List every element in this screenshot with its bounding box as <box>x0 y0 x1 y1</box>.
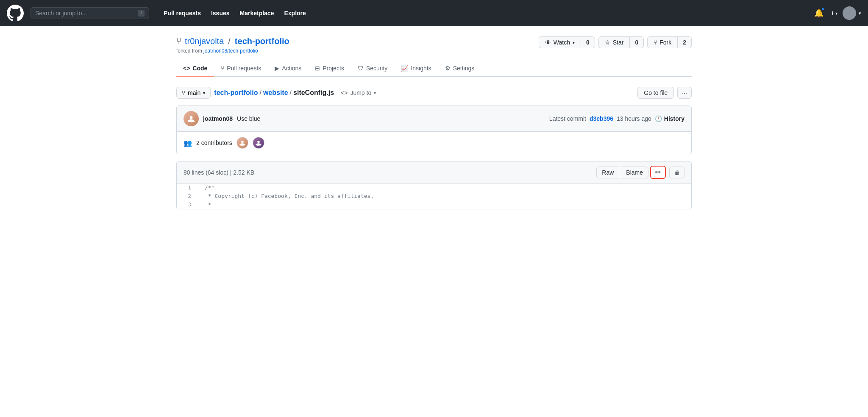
plus-icon: + <box>831 9 835 17</box>
tab-settings[interactable]: ⚙ Settings <box>438 61 481 77</box>
edit-file-button[interactable]: ✏ <box>650 166 666 179</box>
actions-icon: ▶ <box>275 65 279 72</box>
breadcrumb-current-file: siteConfig.js <box>293 89 334 97</box>
contributor-avatar-2[interactable] <box>253 137 264 149</box>
commit-header-left: joatmon08 Use blue <box>184 111 260 126</box>
notifications-button[interactable]: 🔔 <box>812 6 826 20</box>
pull-requests-nav-link[interactable]: Pull requests <box>159 7 205 19</box>
star-group: ☆ Star 0 <box>598 36 644 48</box>
user-menu[interactable]: ▾ <box>843 6 861 20</box>
file-actions: Raw Blame ✏ 🗑 <box>596 166 684 179</box>
tab-insights[interactable]: 📈 Insights <box>394 61 438 77</box>
user-chevron-icon: ▾ <box>859 11 861 16</box>
latest-commit-label: Latest commit <box>549 115 586 122</box>
code-icon: <> <box>341 89 348 96</box>
commit-message: Use blue <box>237 115 260 122</box>
branch-icon: ⑂ <box>182 89 185 96</box>
trash-icon: 🗑 <box>674 169 680 176</box>
file-viewer: 80 lines (64 sloc) | 2.52 KB Raw Blame ✏… <box>176 161 692 209</box>
breadcrumb-path1-link[interactable]: website <box>263 89 288 97</box>
line-number: 2 <box>177 192 198 200</box>
more-options-button[interactable]: ··· <box>677 87 692 99</box>
chevron-down-icon: ▾ <box>835 11 837 16</box>
github-logo[interactable] <box>7 5 24 22</box>
commit-author-name[interactable]: joatmon08 <box>203 115 233 122</box>
tab-actions[interactable]: ▶ Actions <box>268 61 308 77</box>
breadcrumb-repo-link[interactable]: tech-portfolio <box>214 89 258 97</box>
topnav-links: Pull requests Issues Marketplace Explore <box>159 7 310 19</box>
commit-author-avatar <box>184 111 199 126</box>
repo-title-section: ⑂ tr0njavolta / tech-portfolio forked fr… <box>176 36 289 54</box>
contributors-count: 2 contributors <box>196 139 232 146</box>
commit-header: joatmon08 Use blue Latest commit d3eb396… <box>177 106 691 132</box>
line-number: 1 <box>177 183 198 192</box>
security-icon: 🛡 <box>358 65 364 72</box>
star-button[interactable]: ☆ Star <box>598 36 630 48</box>
explore-nav-link[interactable]: Explore <box>280 7 310 19</box>
tab-code[interactable]: <> Code <box>176 61 214 77</box>
contributor-avatar-1[interactable] <box>236 137 248 149</box>
fork-count[interactable]: 2 <box>678 36 692 48</box>
new-menu-button[interactable]: + ▾ <box>831 9 837 17</box>
code-line: 2 * Copyright (c) Facebook, Inc. and its… <box>177 192 691 200</box>
repo-actions: 👁 Watch ▾ 0 ☆ Star 0 ⑂ Fork <box>539 36 692 48</box>
search-box[interactable]: Search or jump to... / <box>31 7 149 19</box>
issues-nav-link[interactable]: Issues <box>207 7 234 19</box>
topnav-right: 🔔 + ▾ ▾ <box>812 6 861 20</box>
code-line: 1 /** <box>177 183 691 192</box>
line-code: /** <box>198 183 691 192</box>
tab-projects[interactable]: ⊟ Projects <box>308 61 351 77</box>
repo-name-link[interactable]: tech-portfolio <box>235 36 289 46</box>
search-placeholder: Search or jump to... <box>35 10 87 17</box>
fork-source-link[interactable]: joatmon08/tech-portfolio <box>203 48 258 54</box>
jump-to-button[interactable]: <> Jump to ▾ <box>337 87 379 98</box>
eye-icon: 👁 <box>545 39 551 46</box>
contributors-row: 👥 2 contributors <box>177 132 691 154</box>
topnav: Search or jump to... / Pull requests Iss… <box>0 0 868 26</box>
marketplace-nav-link[interactable]: Marketplace <box>236 7 278 19</box>
star-icon: ☆ <box>605 39 610 46</box>
projects-icon: ⊟ <box>315 65 320 72</box>
code-icon: <> <box>183 65 190 72</box>
branch-selector[interactable]: ⑂ main ▾ <box>176 87 211 99</box>
blame-button[interactable]: Blame <box>621 167 648 178</box>
history-button[interactable]: 🕐 History <box>655 115 684 122</box>
fork-button[interactable]: ⑂ Fork <box>647 36 678 48</box>
tab-security[interactable]: 🛡 Security <box>351 61 395 77</box>
contributors-icon: 👥 <box>184 139 192 147</box>
search-kbd: / <box>138 10 145 17</box>
file-viewer-header: 80 lines (64 sloc) | 2.52 KB Raw Blame ✏… <box>177 161 691 183</box>
raw-button[interactable]: Raw <box>596 167 619 178</box>
chevron-down-icon: ▾ <box>573 40 575 45</box>
go-to-file-button[interactable]: Go to file <box>637 87 674 99</box>
history-icon: 🕐 <box>655 115 662 122</box>
repo-header: ⑂ tr0njavolta / tech-portfolio forked fr… <box>176 36 692 54</box>
page-content: ⑂ tr0njavolta / tech-portfolio forked fr… <box>163 26 705 220</box>
repo-fork-icon: ⑂ <box>176 36 181 46</box>
chevron-down-icon: ▾ <box>203 91 205 95</box>
watch-count[interactable]: 0 <box>581 36 595 48</box>
watch-group: 👁 Watch ▾ 0 <box>539 36 595 48</box>
pull-request-icon: ⑂ <box>221 65 224 72</box>
file-path-right: Go to file ··· <box>637 87 692 99</box>
commit-header-right: Latest commit d3eb396 13 hours ago 🕐 His… <box>549 115 684 122</box>
commit-sha-link[interactable]: d3eb396 <box>590 115 613 122</box>
file-path-bar: ⑂ main ▾ tech-portfolio / website / site… <box>176 87 692 99</box>
tab-pull-requests[interactable]: ⑂ Pull requests <box>214 61 268 77</box>
notification-dot <box>821 7 825 11</box>
delete-file-button[interactable]: 🗑 <box>669 167 684 178</box>
file-content: 1 /** 2 * Copyright (c) Facebook, Inc. a… <box>177 183 691 209</box>
settings-icon: ⚙ <box>445 65 451 72</box>
watch-button[interactable]: 👁 Watch ▾ <box>539 36 581 48</box>
repo-owner-link[interactable]: tr0njavolta <box>185 36 224 46</box>
code-line: 3 * <box>177 200 691 209</box>
fork-group: ⑂ Fork 2 <box>647 36 692 48</box>
fork-icon: ⑂ <box>654 39 657 46</box>
insights-icon: 📈 <box>401 65 408 72</box>
commit-box: joatmon08 Use blue Latest commit d3eb396… <box>176 106 692 154</box>
file-path-left: ⑂ main ▾ tech-portfolio / website / site… <box>176 87 379 99</box>
line-code: * <box>198 200 691 209</box>
repo-forked-from: forked from joatmon08/tech-portfolio <box>176 48 289 54</box>
line-number: 3 <box>177 200 198 209</box>
star-count[interactable]: 0 <box>630 36 644 48</box>
